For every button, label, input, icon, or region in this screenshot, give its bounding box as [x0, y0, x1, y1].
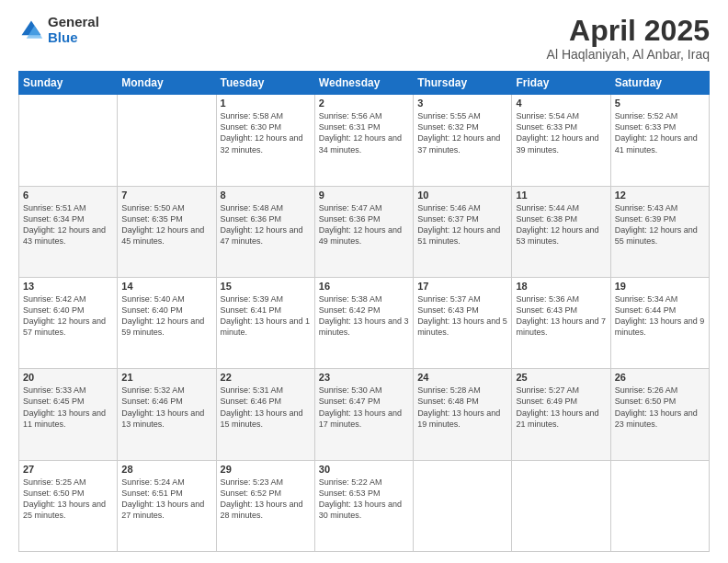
day-number: 24: [417, 372, 507, 383]
calendar-week-row: 13Sunrise: 5:42 AMSunset: 6:40 PMDayligh…: [19, 277, 710, 368]
calendar-cell: [512, 460, 610, 551]
month-title: April 2025: [547, 15, 710, 47]
calendar-cell: 16Sunrise: 5:38 AMSunset: 6:42 PMDayligh…: [314, 277, 413, 368]
day-info: Sunrise: 5:52 AMSunset: 6:33 PMDaylight:…: [615, 110, 705, 155]
calendar-cell: [19, 95, 118, 186]
logo-general-text: General: [48, 15, 99, 30]
day-number: 29: [221, 464, 311, 475]
day-info: Sunrise: 5:32 AMSunset: 6:46 PMDaylight:…: [121, 385, 211, 430]
logo-blue-text: Blue: [48, 30, 99, 46]
day-info: Sunrise: 5:58 AMSunset: 6:30 PMDaylight:…: [221, 110, 311, 155]
day-info: Sunrise: 5:42 AMSunset: 6:40 PMDaylight:…: [23, 293, 113, 339]
logo-icon: [18, 17, 44, 43]
day-number: 12: [615, 190, 705, 201]
day-info: Sunrise: 5:38 AMSunset: 6:42 PMDaylight:…: [319, 293, 409, 339]
day-number: 21: [121, 372, 211, 383]
calendar-cell: 24Sunrise: 5:28 AMSunset: 6:48 PMDayligh…: [414, 369, 512, 460]
day-info: Sunrise: 5:31 AMSunset: 6:46 PMDaylight:…: [221, 385, 311, 430]
calendar-day-header: Thursday: [414, 72, 512, 95]
calendar-cell: 8Sunrise: 5:48 AMSunset: 6:36 PMDaylight…: [216, 186, 314, 277]
day-info: Sunrise: 5:44 AMSunset: 6:38 PMDaylight:…: [516, 202, 606, 247]
day-info: Sunrise: 5:50 AMSunset: 6:35 PMDaylight:…: [121, 202, 211, 247]
calendar-cell: [610, 460, 709, 551]
day-number: 1: [221, 98, 311, 109]
day-number: 30: [319, 464, 409, 475]
day-info: Sunrise: 5:28 AMSunset: 6:48 PMDaylight:…: [417, 385, 507, 430]
day-info: Sunrise: 5:27 AMSunset: 6:49 PMDaylight:…: [516, 385, 606, 430]
calendar-cell: 14Sunrise: 5:40 AMSunset: 6:40 PMDayligh…: [118, 277, 216, 368]
day-number: 7: [121, 190, 211, 201]
day-info: Sunrise: 5:30 AMSunset: 6:47 PMDaylight:…: [319, 385, 409, 430]
day-info: Sunrise: 5:36 AMSunset: 6:43 PMDaylight:…: [516, 293, 606, 339]
calendar-cell: 12Sunrise: 5:43 AMSunset: 6:39 PMDayligh…: [610, 186, 709, 277]
title-area: April 2025 Al Haqlaniyah, Al Anbar, Iraq: [547, 15, 710, 62]
calendar-table: SundayMondayTuesdayWednesdayThursdayFrid…: [18, 71, 710, 552]
day-info: Sunrise: 5:25 AMSunset: 6:50 PMDaylight:…: [23, 477, 113, 522]
calendar-cell: [414, 460, 512, 551]
day-number: 26: [615, 372, 705, 383]
calendar-cell: 18Sunrise: 5:36 AMSunset: 6:43 PMDayligh…: [512, 277, 610, 368]
day-info: Sunrise: 5:48 AMSunset: 6:36 PMDaylight:…: [221, 202, 311, 247]
calendar-cell: 19Sunrise: 5:34 AMSunset: 6:44 PMDayligh…: [610, 277, 709, 368]
calendar-cell: 23Sunrise: 5:30 AMSunset: 6:47 PMDayligh…: [314, 369, 413, 460]
calendar-cell: 26Sunrise: 5:26 AMSunset: 6:50 PMDayligh…: [610, 369, 709, 460]
calendar-week-row: 1Sunrise: 5:58 AMSunset: 6:30 PMDaylight…: [19, 95, 710, 186]
day-info: Sunrise: 5:39 AMSunset: 6:41 PMDaylight:…: [221, 293, 311, 339]
day-info: Sunrise: 5:40 AMSunset: 6:40 PMDaylight:…: [121, 293, 211, 339]
calendar-cell: 10Sunrise: 5:46 AMSunset: 6:37 PMDayligh…: [414, 186, 512, 277]
day-number: 6: [23, 190, 113, 201]
calendar-cell: 2Sunrise: 5:56 AMSunset: 6:31 PMDaylight…: [314, 95, 413, 186]
day-info: Sunrise: 5:54 AMSunset: 6:33 PMDaylight:…: [516, 110, 606, 155]
calendar-cell: 1Sunrise: 5:58 AMSunset: 6:30 PMDaylight…: [216, 95, 314, 186]
day-number: 15: [221, 281, 311, 292]
calendar-cell: 6Sunrise: 5:51 AMSunset: 6:34 PMDaylight…: [19, 186, 118, 277]
day-info: Sunrise: 5:47 AMSunset: 6:36 PMDaylight:…: [319, 202, 409, 247]
calendar-day-header: Tuesday: [216, 72, 314, 95]
calendar-day-header: Friday: [512, 72, 610, 95]
calendar-cell: 9Sunrise: 5:47 AMSunset: 6:36 PMDaylight…: [314, 186, 413, 277]
header: General Blue April 2025 Al Haqlaniyah, A…: [18, 15, 710, 62]
day-number: 18: [516, 281, 606, 292]
calendar-day-header: Sunday: [19, 72, 118, 95]
day-number: 14: [121, 281, 211, 292]
day-info: Sunrise: 5:43 AMSunset: 6:39 PMDaylight:…: [615, 202, 705, 247]
calendar-header-row: SundayMondayTuesdayWednesdayThursdayFrid…: [19, 72, 710, 95]
day-info: Sunrise: 5:33 AMSunset: 6:45 PMDaylight:…: [23, 385, 113, 430]
logo-text: General Blue: [48, 15, 99, 45]
day-info: Sunrise: 5:37 AMSunset: 6:43 PMDaylight:…: [417, 293, 507, 339]
day-number: 2: [319, 98, 409, 109]
day-number: 13: [23, 281, 113, 292]
day-number: 10: [417, 190, 507, 201]
day-number: 28: [121, 464, 211, 475]
calendar-cell: [118, 95, 216, 186]
day-info: Sunrise: 5:26 AMSunset: 6:50 PMDaylight:…: [615, 385, 705, 430]
calendar-cell: 7Sunrise: 5:50 AMSunset: 6:35 PMDaylight…: [118, 186, 216, 277]
day-number: 22: [221, 372, 311, 383]
calendar-cell: 17Sunrise: 5:37 AMSunset: 6:43 PMDayligh…: [414, 277, 512, 368]
day-info: Sunrise: 5:56 AMSunset: 6:31 PMDaylight:…: [319, 110, 409, 155]
day-number: 8: [221, 190, 311, 201]
calendar-day-header: Monday: [118, 72, 216, 95]
calendar-cell: 11Sunrise: 5:44 AMSunset: 6:38 PMDayligh…: [512, 186, 610, 277]
day-number: 16: [319, 281, 409, 292]
calendar-cell: 5Sunrise: 5:52 AMSunset: 6:33 PMDaylight…: [610, 95, 709, 186]
day-info: Sunrise: 5:23 AMSunset: 6:52 PMDaylight:…: [221, 477, 311, 522]
day-number: 19: [615, 281, 705, 292]
calendar-cell: 25Sunrise: 5:27 AMSunset: 6:49 PMDayligh…: [512, 369, 610, 460]
day-number: 3: [417, 98, 507, 109]
calendar-cell: 13Sunrise: 5:42 AMSunset: 6:40 PMDayligh…: [19, 277, 118, 368]
day-number: 23: [319, 372, 409, 383]
day-info: Sunrise: 5:55 AMSunset: 6:32 PMDaylight:…: [417, 110, 507, 155]
calendar-week-row: 20Sunrise: 5:33 AMSunset: 6:45 PMDayligh…: [19, 369, 710, 460]
day-number: 9: [319, 190, 409, 201]
calendar-cell: 28Sunrise: 5:24 AMSunset: 6:51 PMDayligh…: [118, 460, 216, 551]
calendar-cell: 15Sunrise: 5:39 AMSunset: 6:41 PMDayligh…: [216, 277, 314, 368]
day-number: 25: [516, 372, 606, 383]
calendar-cell: 30Sunrise: 5:22 AMSunset: 6:53 PMDayligh…: [314, 460, 413, 551]
location: Al Haqlaniyah, Al Anbar, Iraq: [547, 47, 710, 62]
calendar-cell: 21Sunrise: 5:32 AMSunset: 6:46 PMDayligh…: [118, 369, 216, 460]
page: General Blue April 2025 Al Haqlaniyah, A…: [0, 0, 728, 563]
day-number: 20: [23, 372, 113, 383]
calendar-cell: 4Sunrise: 5:54 AMSunset: 6:33 PMDaylight…: [512, 95, 610, 186]
calendar-week-row: 27Sunrise: 5:25 AMSunset: 6:50 PMDayligh…: [19, 460, 710, 551]
